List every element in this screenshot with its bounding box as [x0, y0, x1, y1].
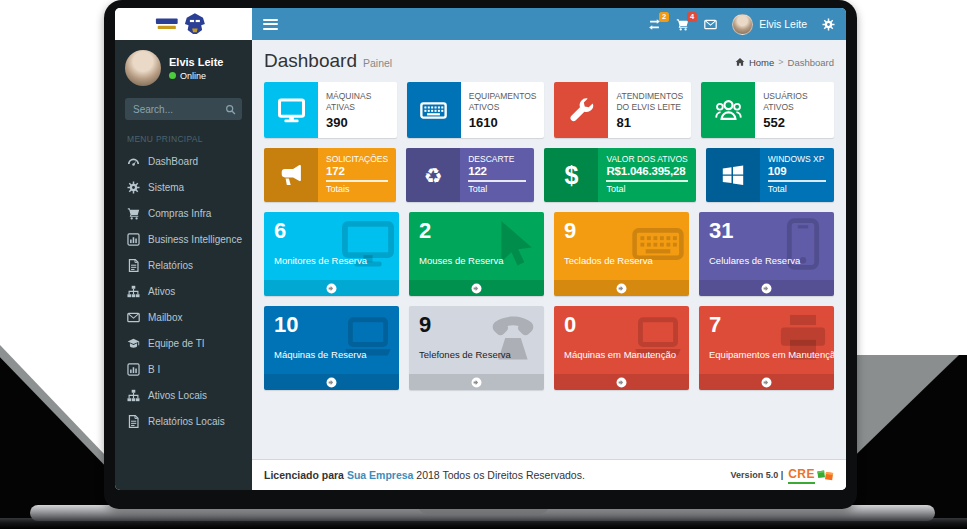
breadcrumb-home[interactable]: Home	[749, 57, 774, 68]
info-box-value: 552	[763, 115, 826, 130]
circle-arrow-icon	[471, 377, 482, 388]
laptop-screen-bezel: 24Elvis Leite Elvis Leite Online	[104, 0, 857, 509]
laptop-mockup: 24Elvis Leite Elvis Leite Online	[0, 0, 967, 529]
circle-arrow-icon	[616, 377, 627, 388]
more-info-button[interactable]	[409, 280, 544, 296]
tile-value: 7	[699, 306, 834, 337]
breadcrumb: Home > Dashboard	[735, 57, 834, 68]
vendor-logo: CRE	[788, 467, 834, 484]
sidebar-item-ativos-locais[interactable]: Ativos Locais	[115, 382, 252, 408]
brand-logo[interactable]	[115, 8, 252, 40]
info-box-icon	[407, 82, 461, 138]
tile-label: Máquinas de Reserva	[264, 337, 399, 360]
tile-telefones-de-reserva[interactable]: 9Telefones de Reserva	[409, 306, 544, 390]
sidebar-item-relatorios[interactable]: Relatórios	[115, 252, 252, 278]
more-info-button[interactable]	[699, 280, 834, 296]
stat-box-icon	[706, 148, 760, 202]
envelope-icon	[127, 311, 140, 324]
more-info-button[interactable]	[409, 374, 544, 390]
tile-label: Mouses de Reserva	[409, 243, 544, 266]
stat-box-body: SOLICITAÇÕES172Totais	[318, 148, 396, 202]
company-link[interactable]: Sua Empresa	[347, 469, 414, 481]
search-input[interactable]	[125, 98, 218, 120]
search-icon	[225, 104, 236, 115]
stat-box-value: 109	[768, 165, 826, 177]
sidebar-item-equipe-de-ti[interactable]: Equipe de TI	[115, 330, 252, 356]
windows-icon	[721, 163, 745, 187]
more-info-button[interactable]	[554, 280, 689, 296]
tile-label: Celulares de Reserva	[699, 243, 834, 266]
stat-box-body: DESCARTE122Total	[460, 148, 534, 202]
page-subtitle: Painel	[363, 57, 392, 69]
sidebar-item-b-i[interactable]: B I	[115, 356, 252, 382]
sidebar-item-label: Relatórios Locais	[148, 416, 225, 427]
sitemap-icon	[127, 285, 140, 298]
sidebar-item-business-intelligence[interactable]: Business Intelligence	[115, 226, 252, 252]
laptop-shadow-right	[850, 355, 967, 520]
sidebar-item-ativos[interactable]: Ativos	[115, 278, 252, 304]
tile-row-2: 10Máquinas de Reserva9Telefones de Reser…	[264, 306, 834, 390]
tile-row-1: 6Monitores de Reserva2Mouses de Reserva9…	[264, 212, 834, 296]
stat-box-footer-label: Totais	[326, 184, 388, 194]
sitemap-icon	[127, 389, 140, 402]
chart-icon	[127, 363, 140, 376]
settings-menu-button[interactable]	[822, 18, 835, 31]
tile-monitores-de-reserva[interactable]: 6Monitores de Reserva	[264, 212, 399, 296]
rights-text: 2018 Todos os Direitos Reservados.	[416, 469, 584, 481]
main-area: Dashboard Painel Home > Dashboard MÁQUIN…	[252, 40, 846, 490]
envelope-menu-button[interactable]	[704, 18, 717, 31]
stat-box-icon: ♻	[406, 148, 460, 202]
info-box-label: EQUIPAMENTOS ATIVOS	[469, 91, 537, 113]
sidebar-item-label: Relatórios	[148, 260, 193, 271]
info-box-atendimentos-do-elvis-leite: ATENDIMENTOS DO ELVIS LEITE81	[554, 82, 691, 138]
app-header: 24Elvis Leite	[115, 8, 846, 40]
circle-arrow-icon	[616, 283, 627, 294]
more-info-button[interactable]	[264, 280, 399, 296]
user-menu-button[interactable]: Elvis Leite	[732, 14, 807, 35]
tile-value: 9	[409, 306, 544, 337]
tile-maquinas-em-manutencao[interactable]: 0Máquinas em Manutenção	[554, 306, 689, 390]
navbar-user-name: Elvis Leite	[759, 18, 807, 30]
tile-value: 31	[699, 212, 834, 243]
tile-value: 6	[264, 212, 399, 243]
info-box-text: USUÁRIOS ATIVOS552	[755, 82, 834, 138]
stat-box-progress	[468, 180, 526, 182]
tile-maquinas-de-reserva[interactable]: 10Máquinas de Reserva	[264, 306, 399, 390]
more-info-button[interactable]	[264, 374, 399, 390]
tile-value: 10	[264, 306, 399, 337]
sidebar-item-compras-infra[interactable]: Compras Infra	[115, 200, 252, 226]
circle-arrow-icon	[471, 283, 482, 294]
search-button[interactable]	[218, 98, 242, 120]
stat-box-progress	[326, 180, 388, 182]
sidebar-item-label: Business Intelligence	[148, 234, 242, 245]
stat-box-value: R$1.046.395,28	[606, 165, 687, 177]
tile-celulares-de-reserva[interactable]: 31Celulares de Reserva	[699, 212, 834, 296]
sidebar-item-label: Sistema	[148, 182, 184, 193]
stat-box-value: 122	[468, 165, 526, 177]
cart-menu-button[interactable]: 4	[676, 18, 689, 31]
megaphone-icon	[279, 163, 303, 187]
tile-teclados-de-reserva[interactable]: 9Teclados de Reserva	[554, 212, 689, 296]
sidebar-item-mailbox[interactable]: Mailbox	[115, 304, 252, 330]
sidebar-item-sistema[interactable]: Sistema	[115, 174, 252, 200]
more-info-button[interactable]	[554, 374, 689, 390]
exchange-menu-button[interactable]: 2	[648, 18, 661, 31]
tile-value: 9	[554, 212, 689, 243]
stat-box-progress	[606, 180, 687, 182]
tile-equipamentos-em-manutencao[interactable]: 7Equipamentos em Manutenção	[699, 306, 834, 390]
info-box-label: USUÁRIOS ATIVOS	[763, 91, 826, 113]
more-info-button[interactable]	[699, 374, 834, 390]
content-area: Dashboard Painel Home > Dashboard MÁQUIN…	[252, 40, 846, 459]
sidebar-item-label: Ativos Locais	[148, 390, 207, 401]
sidebar-item-dashboard[interactable]: DashBoard	[115, 148, 252, 174]
stat-box-label: WINDOWS XP	[768, 154, 826, 164]
circle-arrow-icon	[761, 377, 772, 388]
sidebar-item-relatorios-locais[interactable]: Relatórios Locais	[115, 408, 252, 434]
info-box-text: ATENDIMENTOS DO ELVIS LEITE81	[608, 82, 691, 138]
info-box-value: 390	[326, 115, 389, 130]
tile-mouses-de-reserva[interactable]: 2Mouses de Reserva	[409, 212, 544, 296]
stat-box-footer-label: Total	[606, 184, 687, 194]
sidebar-toggle-button[interactable]	[263, 19, 278, 30]
tile-label: Teclados de Reserva	[554, 243, 689, 266]
sidebar-item-label: Mailbox	[148, 312, 182, 323]
